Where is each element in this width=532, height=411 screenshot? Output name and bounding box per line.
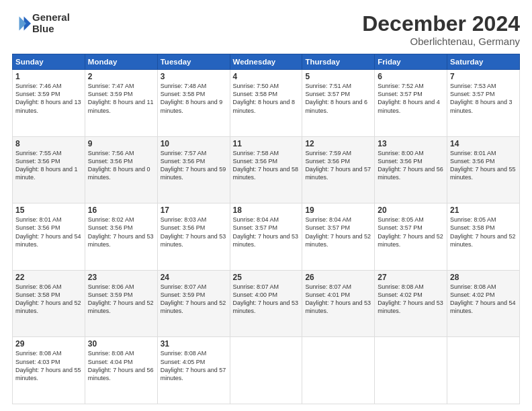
logo-text: General Blue	[32, 12, 70, 34]
calendar-cell: 12Sunrise: 7:59 AM Sunset: 3:56 PM Dayli…	[302, 136, 375, 203]
calendar-header-wednesday: Wednesday	[230, 54, 302, 70]
calendar-cell: 9Sunrise: 7:56 AM Sunset: 3:56 PM Daylig…	[85, 136, 157, 203]
calendar-header-saturday: Saturday	[447, 54, 520, 70]
day-number: 12	[305, 139, 371, 148]
day-number: 19	[305, 205, 371, 215]
calendar-header-tuesday: Tuesday	[157, 54, 230, 70]
day-detail: Sunrise: 8:03 AM Sunset: 3:56 PM Dayligh…	[161, 216, 227, 248]
day-number: 16	[88, 205, 154, 215]
calendar-cell: 19Sunrise: 8:04 AM Sunset: 3:57 PM Dayli…	[302, 203, 375, 271]
calendar-cell: 28Sunrise: 8:08 AM Sunset: 4:02 PM Dayli…	[447, 270, 520, 337]
calendar-cell: 7Sunrise: 7:53 AM Sunset: 3:57 PM Daylig…	[447, 70, 520, 137]
calendar-cell: 15Sunrise: 8:01 AM Sunset: 3:56 PM Dayli…	[13, 203, 85, 271]
calendar-cell: 24Sunrise: 8:07 AM Sunset: 3:59 PM Dayli…	[157, 270, 230, 337]
calendar-cell: 16Sunrise: 8:02 AM Sunset: 3:56 PM Dayli…	[85, 203, 157, 271]
calendar-cell: 5Sunrise: 7:51 AM Sunset: 3:57 PM Daylig…	[302, 70, 375, 137]
day-detail: Sunrise: 7:55 AM Sunset: 3:56 PM Dayligh…	[15, 149, 82, 182]
calendar-header-sunday: Sunday	[13, 54, 85, 70]
calendar-cell: 18Sunrise: 8:04 AM Sunset: 3:57 PM Dayli…	[230, 203, 302, 271]
day-detail: Sunrise: 8:01 AM Sunset: 3:56 PM Dayligh…	[450, 149, 517, 182]
calendar-cell: 8Sunrise: 7:55 AM Sunset: 3:56 PM Daylig…	[13, 136, 85, 203]
day-detail: Sunrise: 7:46 AM Sunset: 3:59 PM Dayligh…	[15, 82, 82, 115]
day-number: 2	[88, 72, 154, 81]
calendar-row: 15Sunrise: 8:01 AM Sunset: 3:56 PM Dayli…	[13, 203, 520, 271]
day-number: 17	[161, 205, 227, 215]
day-detail: Sunrise: 8:00 AM Sunset: 3:56 PM Dayligh…	[378, 149, 444, 182]
calendar-row: 1Sunrise: 7:46 AM Sunset: 3:59 PM Daylig…	[13, 70, 520, 137]
day-number: 28	[450, 273, 517, 282]
day-detail: Sunrise: 8:08 AM Sunset: 4:05 PM Dayligh…	[161, 349, 227, 382]
day-detail: Sunrise: 8:07 AM Sunset: 4:01 PM Dayligh…	[305, 283, 371, 316]
calendar-cell	[230, 337, 302, 404]
header: General Blue December 2024 Oberlichtenau…	[12, 12, 520, 47]
day-detail: Sunrise: 7:56 AM Sunset: 3:56 PM Dayligh…	[88, 149, 154, 182]
day-number: 24	[161, 273, 227, 282]
day-number: 22	[15, 273, 82, 282]
day-number: 1	[15, 72, 82, 81]
calendar-cell: 21Sunrise: 8:05 AM Sunset: 3:58 PM Dayli…	[447, 203, 520, 271]
logo: General Blue	[12, 12, 70, 34]
day-detail: Sunrise: 7:58 AM Sunset: 3:56 PM Dayligh…	[233, 149, 300, 182]
day-number: 26	[305, 273, 371, 282]
calendar-row: 29Sunrise: 8:08 AM Sunset: 4:03 PM Dayli…	[13, 337, 520, 404]
day-detail: Sunrise: 7:59 AM Sunset: 3:56 PM Dayligh…	[305, 149, 371, 182]
day-number: 6	[378, 72, 444, 81]
calendar-cell: 2Sunrise: 7:47 AM Sunset: 3:59 PM Daylig…	[85, 70, 157, 137]
calendar-cell: 17Sunrise: 8:03 AM Sunset: 3:56 PM Dayli…	[157, 203, 230, 271]
day-number: 27	[378, 273, 444, 282]
day-number: 31	[161, 339, 227, 349]
day-number: 4	[233, 72, 300, 81]
day-detail: Sunrise: 8:01 AM Sunset: 3:56 PM Dayligh…	[15, 216, 82, 248]
day-number: 23	[88, 273, 154, 282]
day-number: 3	[161, 72, 227, 81]
day-detail: Sunrise: 7:53 AM Sunset: 3:57 PM Dayligh…	[450, 82, 517, 115]
day-detail: Sunrise: 8:05 AM Sunset: 3:58 PM Dayligh…	[450, 216, 517, 248]
day-detail: Sunrise: 8:05 AM Sunset: 3:57 PM Dayligh…	[378, 216, 444, 248]
day-number: 29	[15, 339, 82, 349]
day-number: 18	[233, 205, 300, 215]
day-detail: Sunrise: 8:02 AM Sunset: 3:56 PM Dayligh…	[88, 216, 154, 248]
day-detail: Sunrise: 8:08 AM Sunset: 4:02 PM Dayligh…	[450, 283, 517, 316]
page: General Blue December 2024 Oberlichtenau…	[0, 0, 532, 411]
calendar-cell: 4Sunrise: 7:50 AM Sunset: 3:58 PM Daylig…	[230, 70, 302, 137]
calendar-cell: 11Sunrise: 7:58 AM Sunset: 3:56 PM Dayli…	[230, 136, 302, 203]
calendar-header-thursday: Thursday	[302, 54, 375, 70]
calendar-cell: 3Sunrise: 7:48 AM Sunset: 3:58 PM Daylig…	[157, 70, 230, 137]
day-detail: Sunrise: 7:50 AM Sunset: 3:58 PM Dayligh…	[233, 82, 300, 115]
day-number: 30	[88, 339, 154, 349]
day-detail: Sunrise: 7:48 AM Sunset: 3:58 PM Dayligh…	[161, 82, 227, 115]
calendar-cell: 20Sunrise: 8:05 AM Sunset: 3:57 PM Dayli…	[375, 203, 447, 271]
day-detail: Sunrise: 8:07 AM Sunset: 4:00 PM Dayligh…	[233, 283, 300, 316]
day-detail: Sunrise: 8:04 AM Sunset: 3:57 PM Dayligh…	[233, 216, 300, 248]
day-detail: Sunrise: 7:47 AM Sunset: 3:59 PM Dayligh…	[88, 82, 154, 115]
calendar-cell: 1Sunrise: 7:46 AM Sunset: 3:59 PM Daylig…	[13, 70, 85, 137]
day-detail: Sunrise: 8:06 AM Sunset: 3:58 PM Dayligh…	[15, 283, 82, 316]
calendar-table: SundayMondayTuesdayWednesdayThursdayFrid…	[12, 54, 520, 404]
day-number: 14	[450, 139, 517, 148]
day-number: 9	[88, 139, 154, 148]
main-title: December 2024	[362, 12, 520, 36]
calendar-cell	[302, 337, 375, 404]
day-number: 10	[161, 139, 227, 148]
day-detail: Sunrise: 8:07 AM Sunset: 3:59 PM Dayligh…	[161, 283, 227, 316]
day-detail: Sunrise: 7:52 AM Sunset: 3:57 PM Dayligh…	[378, 82, 444, 115]
calendar-header-friday: Friday	[375, 54, 447, 70]
day-number: 5	[305, 72, 371, 81]
calendar-cell: 23Sunrise: 8:06 AM Sunset: 3:59 PM Dayli…	[85, 270, 157, 337]
calendar-cell: 31Sunrise: 8:08 AM Sunset: 4:05 PM Dayli…	[157, 337, 230, 404]
day-detail: Sunrise: 8:08 AM Sunset: 4:02 PM Dayligh…	[378, 283, 444, 316]
day-detail: Sunrise: 8:06 AM Sunset: 3:59 PM Dayligh…	[88, 283, 154, 316]
calendar-cell	[375, 337, 447, 404]
day-detail: Sunrise: 7:51 AM Sunset: 3:57 PM Dayligh…	[305, 82, 371, 115]
day-detail: Sunrise: 8:04 AM Sunset: 3:57 PM Dayligh…	[305, 216, 371, 248]
calendar-cell: 26Sunrise: 8:07 AM Sunset: 4:01 PM Dayli…	[302, 270, 375, 337]
calendar-cell: 22Sunrise: 8:06 AM Sunset: 3:58 PM Dayli…	[13, 270, 85, 337]
calendar-row: 8Sunrise: 7:55 AM Sunset: 3:56 PM Daylig…	[13, 136, 520, 203]
day-number: 13	[378, 139, 444, 148]
day-number: 8	[15, 139, 82, 148]
day-number: 20	[378, 205, 444, 215]
calendar-cell	[447, 337, 520, 404]
calendar-cell: 10Sunrise: 7:57 AM Sunset: 3:56 PM Dayli…	[157, 136, 230, 203]
day-detail: Sunrise: 8:08 AM Sunset: 4:04 PM Dayligh…	[88, 349, 154, 382]
calendar-cell: 30Sunrise: 8:08 AM Sunset: 4:04 PM Dayli…	[85, 337, 157, 404]
